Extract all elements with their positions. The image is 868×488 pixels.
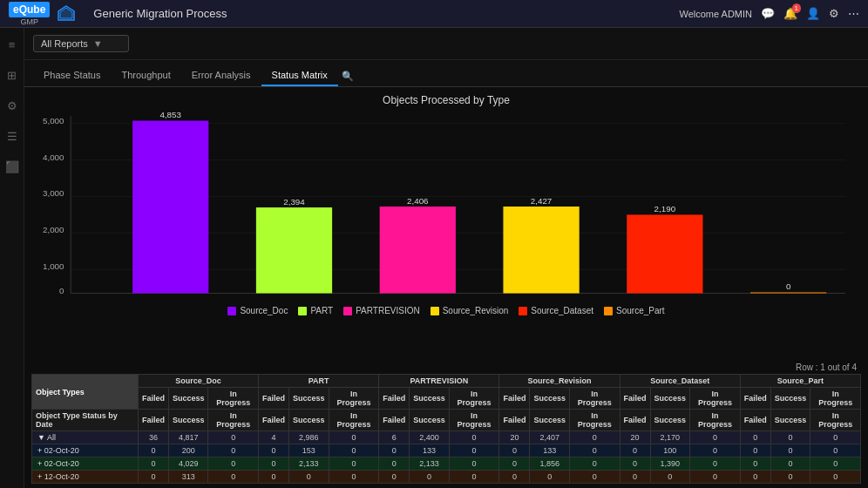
legend-label-partrevision: PARTREVISION <box>356 306 420 315</box>
th-source-dataset: Source_Dataset <box>620 375 740 388</box>
legend-partrevision: PARTREVISION <box>343 306 420 315</box>
row-info: Row : 1 out of 4 <box>31 361 861 374</box>
svg-text:0: 0 <box>786 282 790 292</box>
cell: 0 <box>690 431 741 444</box>
notification-icon[interactable]: 🔔1 <box>783 7 797 20</box>
th-all-pr-i: In Progress <box>449 410 499 431</box>
svg-text:0: 0 <box>59 286 64 295</box>
tab-phase-status[interactable]: Phase Status <box>33 65 111 86</box>
th-all-sp-i: In Progress <box>810 410 861 431</box>
svg-text:3,000: 3,000 <box>43 189 64 199</box>
th-pr-success: Success <box>410 388 450 410</box>
cell: 0 <box>208 458 259 471</box>
cell: 6 <box>379 431 410 444</box>
tab-throughput[interactable]: Throughput <box>111 65 180 86</box>
cell: 2,400 <box>410 431 450 444</box>
sidebar-active-icon[interactable]: ⬛ <box>2 157 23 177</box>
topbar-right: Welcome ADMIN 💬 🔔1 👤 ⚙ ⋯ <box>679 7 859 20</box>
table-row[interactable]: + 02-Oct-200200001530013300133001000000 <box>32 444 861 458</box>
tab-error-analysis[interactable]: Error Analysis <box>181 65 261 86</box>
th-sds-success: Success <box>650 388 690 410</box>
th-pr-failed: Failed <box>379 388 410 410</box>
th-part: PART <box>259 375 379 388</box>
th-sd-inprogress: In Progress <box>208 388 259 410</box>
tab-status-matrix[interactable]: Status Matrix <box>261 65 338 86</box>
legend-label-source-doc: Source_Doc <box>240 306 288 315</box>
th-sr-failed: Failed <box>499 388 530 410</box>
cell: 100 <box>650 444 690 458</box>
cell: 0 <box>810 431 861 444</box>
cell: 0 <box>569 471 620 484</box>
legend-source-dataset: Source_Dataset <box>519 306 593 315</box>
cell: 0 <box>208 444 259 458</box>
legend-dot-partrevision <box>343 307 352 315</box>
sidebar-grid-icon[interactable]: ⊞ <box>3 65 20 85</box>
cell: 0 <box>569 444 620 458</box>
legend-dot-source-dataset <box>519 307 527 315</box>
table-row[interactable]: + 12-Oct-2003130000000000000000 <box>32 471 861 484</box>
th-p-inprogress: In Progress <box>329 388 379 410</box>
th-all-sds-f: Failed <box>620 410 650 431</box>
reports-dropdown[interactable]: All Reports ▼ <box>33 35 129 52</box>
cell: 2,170 <box>650 431 690 444</box>
cell: 0 <box>499 444 530 458</box>
toolbar: All Reports ▼ <box>24 28 868 60</box>
svg-text:2,000: 2,000 <box>43 226 64 235</box>
svg-text:2,406: 2,406 <box>407 196 429 206</box>
th-partrevision: PARTREVISION <box>379 375 499 388</box>
cell: 4,029 <box>168 458 208 471</box>
legend-source-part: Source_Part <box>604 306 665 315</box>
cell: 2,133 <box>410 458 450 471</box>
cell: 0 <box>259 458 289 471</box>
logo: eQube GMP <box>9 2 76 26</box>
cell: 0 <box>138 458 168 471</box>
filter-icon[interactable]: 🔍 <box>342 71 354 82</box>
cell: 1,390 <box>650 458 690 471</box>
sidebar-menu-icon[interactable]: ≡ <box>5 35 19 55</box>
th-all-sr-s: Success <box>530 410 570 431</box>
cell: 0 <box>690 444 741 458</box>
cell: 4,817 <box>168 431 208 444</box>
cell: 0 <box>329 431 379 444</box>
legend-label-source-dataset: Source_Dataset <box>531 306 593 315</box>
th-sp-success: Success <box>770 388 810 410</box>
cell: 0 <box>259 471 289 484</box>
th-all-sd-i: In Progress <box>208 410 259 431</box>
th-all-sds-s: Success <box>650 410 690 431</box>
cell: 133 <box>530 444 570 458</box>
th-sds-failed: Failed <box>620 388 650 410</box>
cell: 0 <box>530 471 570 484</box>
logo-text: eQube <box>9 2 50 17</box>
cell: 0 <box>379 444 410 458</box>
legend-dot-source-revision <box>431 307 439 315</box>
th-source-revision: Source_Revision <box>499 375 620 388</box>
svg-text:4,853: 4,853 <box>159 111 181 119</box>
cell: 0 <box>329 444 379 458</box>
cell: 0 <box>690 458 741 471</box>
table-row[interactable]: + 02-Oct-2004,029002,133002,133001,85600… <box>32 458 861 471</box>
page-title: Generic Migration Process <box>93 7 679 20</box>
th-all-pr-s: Success <box>410 410 450 431</box>
legend-label-source-revision: Source_Revision <box>443 306 509 315</box>
chart-title: Objects Processed by Type <box>37 94 855 106</box>
cell: 0 <box>449 444 499 458</box>
cell: 0 <box>379 471 410 484</box>
cell: 0 <box>329 458 379 471</box>
settings-icon[interactable]: ⚙ <box>829 7 839 20</box>
cell: 2,133 <box>289 458 329 471</box>
sidebar-settings-icon[interactable]: ⚙ <box>3 96 21 116</box>
cell: 0 <box>740 458 770 471</box>
th-sd-failed: Failed <box>138 388 168 410</box>
svg-text:4,000: 4,000 <box>43 152 64 162</box>
cell: 0 <box>740 444 770 458</box>
obj-types-header: Object Types <box>32 375 139 410</box>
main-content: All Reports ▼ Phase Status Throughput Er… <box>24 28 868 488</box>
more-icon[interactable]: ⋯ <box>848 7 859 20</box>
cell: 0 <box>289 471 329 484</box>
sidebar-list-icon[interactable]: ☰ <box>3 126 21 146</box>
chat-icon[interactable]: 💬 <box>761 7 775 20</box>
logo-icon <box>57 4 76 24</box>
table-row[interactable]: ▼ All364,817042,986062,4000202,4070202,1… <box>32 431 861 444</box>
th-sr-success: Success <box>530 388 570 410</box>
user-icon[interactable]: 👤 <box>806 7 820 20</box>
